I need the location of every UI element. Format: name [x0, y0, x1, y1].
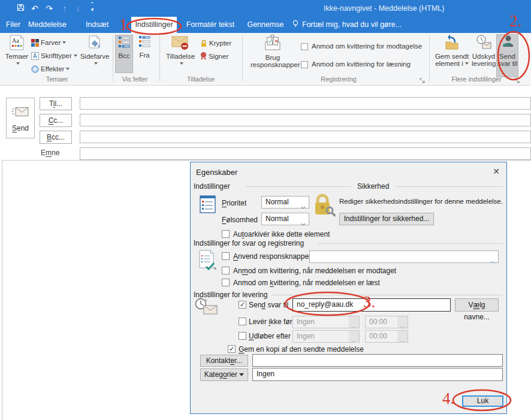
krypter-button[interactable]: Krypter [200, 38, 231, 48]
udlober-efter-checkbox[interactable] [239, 332, 246, 340]
security-lock-key-icon [313, 194, 336, 222]
skrifttyper-icon: A [31, 54, 39, 61]
group-label-tilladelse: Tilladelse [177, 75, 225, 83]
farver-button[interactable]: Farver [31, 38, 66, 47]
vaelg-navne-button[interactable]: Vælg navne... [455, 298, 499, 312]
section-sikkerhed: Sikkerhed [357, 182, 389, 191]
lock-icon [200, 41, 207, 49]
kategorier-input[interactable]: Ingen [252, 368, 503, 381]
send-button-label: Send [7, 124, 34, 132]
levering-clock-envelope-icon [194, 298, 218, 318]
tilladelse-button[interactable]: Tilladelse [163, 35, 198, 79]
bcc-toggle-button[interactable]: Bcc [115, 35, 133, 73]
send-svar-til-checkbox[interactable]: ✓ [239, 301, 246, 309]
lever-ikke-for-checkbox[interactable] [239, 318, 246, 325]
prioritet-select[interactable]: Normal [261, 196, 309, 209]
kvittering-modtagelse-checkbox[interactable] [301, 43, 308, 50]
anmod-laest-label[interactable]: Anmod om kvittering, når meddelelsen er … [233, 279, 380, 287]
kontakter-input[interactable] [252, 354, 503, 367]
anvend-responsknapper-checkbox[interactable] [222, 252, 230, 260]
tab-meddelelse[interactable]: Meddelelse [28, 17, 67, 33]
gem-sendt-element-button[interactable]: Gem sendtelement i [433, 35, 471, 79]
lever-ikke-for-label[interactable]: Levér ikke før [249, 318, 292, 326]
svg-text:✓: ✓ [268, 38, 273, 44]
cc-field[interactable] [80, 114, 531, 126]
tilladelse-icon [171, 44, 189, 52]
tell-me-box[interactable]: Fortæl mig, hvad du vil gøre... [292, 17, 402, 33]
kategorier-button[interactable]: Kategorier [200, 368, 248, 381]
tab-formater-tekst[interactable]: Formatér tekst [183, 17, 237, 33]
anmod-modtaget-checkbox[interactable] [222, 267, 230, 274]
anvend-responsknapper-label[interactable]: Anvend responsknapper [233, 252, 311, 261]
responsknapper-icon: ✓✕ [264, 46, 281, 53]
signer-button[interactable]: Signer [200, 52, 228, 61]
folsomhed-select[interactable]: Normal [261, 213, 309, 225]
temaer-button[interactable]: Aa Temaer [4, 35, 30, 79]
sidefarve-button[interactable]: Sidefarve [79, 35, 110, 79]
ribbon-tab-row: Filer Meddelelse Indsæt Indstillinger Fo… [0, 17, 531, 33]
undo-icon[interactable]: ↶ [29, 2, 41, 14]
brug-responsknapper-button[interactable]: ✓✕ Brugresponsknapper [251, 35, 295, 79]
bcc-button[interactable]: Bcc... [40, 131, 72, 144]
group-label-registrering: Registrering [312, 75, 366, 83]
chevron-down-icon [301, 201, 306, 213]
skrifttyper-button[interactable]: ASkrifttyper [31, 51, 77, 61]
emne-field[interactable] [80, 147, 531, 160]
prioritet-list-icon [200, 195, 216, 215]
group-label-vis-felter: Vis felter [111, 75, 159, 83]
kontakter-button[interactable]: Kontakter... [200, 355, 248, 367]
ribbon: Aa Temaer Farver ASkrifttyper Effekter S… [0, 33, 531, 86]
folsomhed-label: Følsomhed [222, 216, 258, 224]
send-svar-til-input[interactable]: no_reply@aau.dk [292, 298, 451, 312]
send-button[interactable]: Send [6, 98, 35, 138]
bcc-field[interactable] [80, 131, 531, 143]
move-down-icon[interactable]: ↓ [72, 2, 84, 14]
responsknapper-select[interactable] [309, 250, 499, 263]
svg-text:Aa: Aa [12, 37, 19, 44]
effekter-button[interactable]: Effekter [31, 64, 70, 74]
anmod-modtaget-label[interactable]: Anmod om kvittering, når meddelelsen er … [233, 267, 396, 275]
window-title: Ikke-navngivet - Meddelelse (HTML) [324, 4, 444, 13]
kvittering-laesning-checkbox[interactable] [301, 61, 308, 68]
gem-kopi-checkbox[interactable]: ✓ [228, 345, 236, 353]
send-svar-til-button[interactable]: Sendsvar til [496, 34, 518, 77]
customize-toolbar-icon[interactable]: ▾ [86, 2, 98, 14]
compose-header: Send Til... Cc... Bcc... Emne [0, 86, 531, 160]
udlober-dato-select: Ingen [292, 330, 360, 343]
chevron-down-icon [74, 55, 77, 57]
anmod-laest-checkbox[interactable] [222, 279, 230, 286]
kvittering-modtagelse-label: Anmod om kvittering for modtagelse [312, 43, 422, 50]
til-field[interactable] [80, 97, 531, 110]
registrering-dialog-launcher-icon[interactable] [420, 76, 426, 83]
tab-filer[interactable]: Filer [1, 17, 25, 33]
chevron-down-icon [94, 62, 98, 65]
tab-indstillinger[interactable]: Indstillinger [131, 17, 177, 33]
udlober-efter-label[interactable]: Udløber efter [249, 332, 291, 340]
udskyd-levering-button[interactable]: Udskydlevering [472, 35, 496, 79]
lightbulb-icon [292, 20, 298, 29]
tab-indsaet[interactable]: Indsæt [80, 17, 114, 33]
indstillinger-for-sikkerhed-button[interactable]: Indstillinger for sikkerhed... [339, 213, 434, 225]
svg-text:✕: ✕ [274, 38, 279, 44]
emne-label: Emne [41, 149, 59, 157]
autoarkiver-label[interactable]: Autoarkivér ikke dette element [233, 230, 330, 238]
fra-toggle-button[interactable]: Fra [135, 35, 153, 73]
temaer-icon: Aa [9, 44, 25, 52]
tab-gennemse[interactable]: Gennemse [245, 17, 286, 33]
chevron-down-icon [490, 256, 495, 267]
save-icon[interactable] [14, 2, 26, 14]
gem-sendt-icon [444, 44, 460, 52]
bcc-icon [118, 44, 130, 51]
title-bar: ↶ ↷ ↑ ↓ ▾ Ikke-navngivet - Meddelelse (H… [0, 0, 531, 17]
move-up-icon[interactable]: ↑ [59, 2, 71, 14]
redo-icon[interactable]: ↷ [43, 2, 55, 14]
send-svar-til-label[interactable]: Send svar til [249, 301, 288, 309]
close-icon[interactable]: ✕ [490, 165, 503, 177]
autoarkiver-checkbox[interactable] [222, 230, 230, 238]
luk-button[interactable]: Luk [462, 395, 503, 407]
sidefarve-icon [87, 44, 102, 52]
flere-indstillinger-dialog-launcher-icon[interactable] [514, 76, 521, 83]
til-button[interactable]: Til... [40, 97, 72, 110]
cc-button[interactable]: Cc... [40, 114, 72, 127]
gem-kopi-label[interactable]: Gem en kopi af den sendte meddelelse [239, 345, 364, 353]
